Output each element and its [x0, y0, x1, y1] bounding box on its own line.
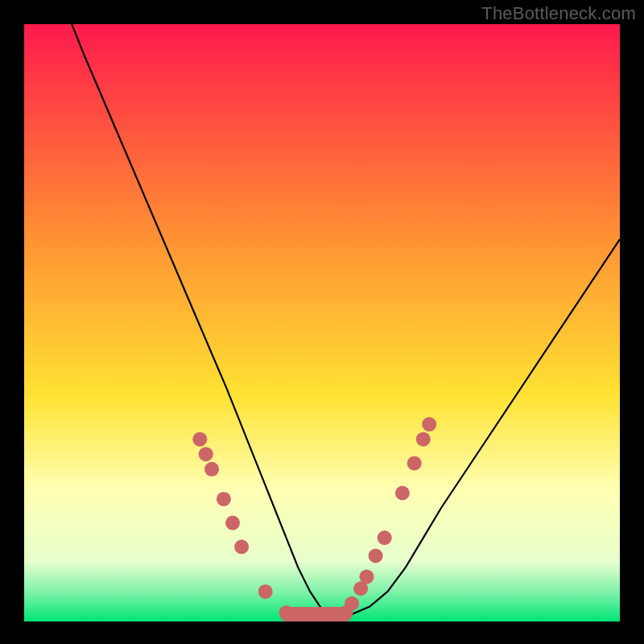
data-dot	[416, 432, 431, 447]
bottleneck-chart	[0, 0, 644, 644]
data-dot	[217, 492, 231, 506]
data-dot	[422, 417, 436, 431]
data-dot	[225, 516, 240, 530]
data-dot	[192, 432, 207, 447]
watermark-text: TheBottleneck.com	[481, 3, 636, 24]
data-dot	[234, 539, 249, 554]
data-dot	[369, 548, 383, 563]
data-dot	[345, 597, 359, 611]
chart-frame: TheBottleneck.com	[0, 0, 644, 644]
data-dot	[258, 584, 273, 599]
data-dot	[395, 486, 410, 501]
data-dot	[378, 530, 392, 545]
data-dot	[204, 462, 219, 477]
data-dot	[199, 447, 213, 461]
data-dot	[360, 569, 374, 584]
data-dot	[407, 456, 422, 470]
plot-background	[24, 24, 620, 621]
